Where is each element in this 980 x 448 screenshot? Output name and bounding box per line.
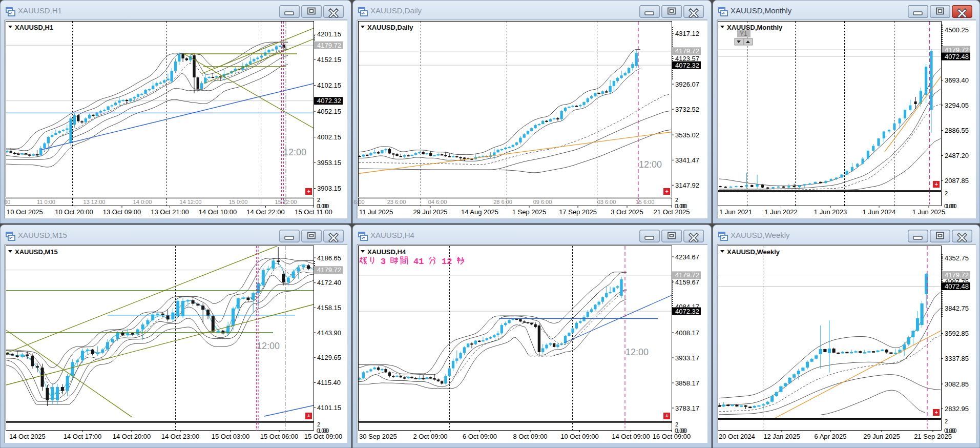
svg-text:15 Oct 09:00: 15 Oct 09:00 xyxy=(304,433,342,440)
svg-text:4072.32: 4072.32 xyxy=(317,97,341,105)
svg-text:4072.32: 4072.32 xyxy=(675,308,699,315)
svg-text:4008.17: 4008.17 xyxy=(675,329,699,337)
svg-text:2886.55: 2886.55 xyxy=(945,127,969,134)
svg-text:28 6:00: 28 6:00 xyxy=(493,199,512,205)
svg-text:4179.72: 4179.72 xyxy=(945,271,969,279)
svg-text:10 Oct 09:00: 10 Oct 09:00 xyxy=(560,433,598,440)
svg-text:14 Oct 23:00: 14 Oct 23:00 xyxy=(161,433,199,440)
svg-text:2: 2 xyxy=(945,418,948,424)
svg-text:2: 2 xyxy=(317,197,320,203)
svg-text:3294.05: 3294.05 xyxy=(945,101,969,109)
svg-text:12:00: 12:00 xyxy=(639,159,662,170)
svg-text:+: + xyxy=(307,188,310,194)
svg-text:+: + xyxy=(935,409,938,415)
svg-text:13 Oct 21:00: 13 Oct 21:00 xyxy=(151,208,189,216)
svg-text:2: 2 xyxy=(945,190,948,196)
svg-text:41: 41 xyxy=(413,257,424,267)
svg-text:+: + xyxy=(665,188,669,194)
svg-text:4159.67: 4159.67 xyxy=(675,278,699,286)
svg-text:3858.17: 3858.17 xyxy=(675,379,699,387)
svg-text:12: 12 xyxy=(442,257,452,267)
svg-text:6 Apr 2025: 6 Apr 2025 xyxy=(815,433,847,440)
svg-text:2087.85: 2087.85 xyxy=(945,177,969,185)
svg-text:3953.15: 3953.15 xyxy=(317,159,341,167)
svg-text:1 Sep 2025: 1 Sep 2025 xyxy=(512,208,547,216)
svg-text:4115.40: 4115.40 xyxy=(317,379,341,386)
svg-text:4143.90: 4143.90 xyxy=(317,329,341,337)
svg-text:4052.15: 4052.15 xyxy=(317,108,341,115)
svg-text:11 Jul 2025: 11 Jul 2025 xyxy=(359,208,393,216)
svg-text:4129.65: 4129.65 xyxy=(317,354,341,361)
svg-text:04 6:00: 04 6:00 xyxy=(428,199,447,205)
svg-text:30 Sep 2025: 30 Sep 2025 xyxy=(359,433,397,440)
svg-text:4179.72: 4179.72 xyxy=(675,271,699,279)
svg-text:1 Jun 2022: 1 Jun 2022 xyxy=(764,208,797,216)
svg-text:3 Oct 2025: 3 Oct 2025 xyxy=(611,208,643,216)
svg-text:XAUUSD,Monthly: XAUUSD,Monthly xyxy=(727,24,783,31)
svg-text:15 Oct 03:00: 15 Oct 03:00 xyxy=(212,433,249,440)
svg-text:23 6:00: 23 6:00 xyxy=(387,199,406,205)
svg-text:3082.85: 3082.85 xyxy=(945,380,969,388)
svg-text:10 Oct 20:00: 10 Oct 20:00 xyxy=(55,208,93,216)
svg-text:4179.72: 4179.72 xyxy=(675,47,699,55)
svg-text:4002.15: 4002.15 xyxy=(317,133,341,141)
svg-text:15 0:00: 15 0:00 xyxy=(229,199,248,205)
svg-text:12:00: 12:00 xyxy=(257,341,280,351)
svg-text:12:00: 12:00 xyxy=(625,347,649,357)
svg-text:14 Oct 09:00: 14 Oct 09:00 xyxy=(612,433,650,440)
svg-text:4072.48: 4072.48 xyxy=(945,282,969,290)
svg-text:10 Oct 2025: 10 Oct 2025 xyxy=(7,208,43,216)
svg-text:4101.15: 4101.15 xyxy=(317,404,341,412)
svg-text:15 12:00: 15 12:00 xyxy=(275,199,297,205)
svg-text:13 12:00: 13 12:00 xyxy=(84,199,106,205)
svg-text:3: 3 xyxy=(381,257,386,267)
svg-text:3783.17: 3783.17 xyxy=(675,404,699,412)
svg-text:3341.47: 3341.47 xyxy=(675,156,699,164)
svg-text:XAUUSD,M15: XAUUSD,M15 xyxy=(15,248,58,256)
svg-text:4152.15: 4152.15 xyxy=(317,56,341,64)
svg-text:4158.15: 4158.15 xyxy=(317,304,341,312)
svg-text:15 Oct 11:00: 15 Oct 11:00 xyxy=(295,208,332,216)
svg-text:29 Jul 2025: 29 Jul 2025 xyxy=(413,208,447,216)
svg-text:+: + xyxy=(307,413,310,419)
svg-text:14 12:00: 14 12:00 xyxy=(180,199,202,205)
svg-text:2: 2 xyxy=(675,197,678,203)
svg-text:14 Oct 17:00: 14 Oct 17:00 xyxy=(64,433,101,440)
svg-text:29 Jun 2025: 29 Jun 2025 xyxy=(863,433,900,440)
svg-text:14 0:00: 14 0:00 xyxy=(133,199,152,205)
svg-text:1.00: 1.00 xyxy=(946,203,956,209)
svg-text:4179.72: 4179.72 xyxy=(317,266,341,274)
svg-text:3842.75: 3842.75 xyxy=(945,304,969,312)
svg-text:14 Oct 22:00: 14 Oct 22:00 xyxy=(246,208,284,216)
svg-text:1 Jun 2023: 1 Jun 2023 xyxy=(814,208,847,216)
svg-text:21 Sep 2025: 21 Sep 2025 xyxy=(914,433,952,440)
svg-text:09 6:00: 09 6:00 xyxy=(533,199,552,205)
svg-text:12 Jan 2025: 12 Jan 2025 xyxy=(763,433,800,440)
svg-text:3933.17: 3933.17 xyxy=(675,354,699,362)
svg-text:1 Jun 2021: 1 Jun 2021 xyxy=(719,208,752,216)
svg-text:14 Oct 20:00: 14 Oct 20:00 xyxy=(113,433,151,440)
svg-text:3926.07: 3926.07 xyxy=(675,80,699,88)
svg-text:11 0:00: 11 0:00 xyxy=(37,199,55,205)
svg-text:6 Oct 09:00: 6 Oct 09:00 xyxy=(463,433,497,440)
svg-text:4186.65: 4186.65 xyxy=(317,254,341,262)
svg-text:4172.40: 4172.40 xyxy=(317,279,341,287)
svg-text:6:00: 6:00 xyxy=(353,199,364,205)
svg-text:4500.25: 4500.25 xyxy=(945,26,969,34)
svg-text:20 Oct 2024: 20 Oct 2024 xyxy=(719,433,755,440)
svg-text:3147.92: 3147.92 xyxy=(675,181,699,189)
svg-text:1 Jun 2024: 1 Jun 2024 xyxy=(863,208,895,216)
svg-text:4201.15: 4201.15 xyxy=(317,30,341,38)
svg-text:+: + xyxy=(935,181,938,187)
svg-text:03 6:00: 03 6:00 xyxy=(597,199,616,205)
svg-text:14 Oct 10:00: 14 Oct 10:00 xyxy=(199,208,237,216)
svg-text:1 Jun 2025: 1 Jun 2025 xyxy=(912,208,945,216)
svg-text:8 Oct 09:00: 8 Oct 09:00 xyxy=(513,433,547,440)
svg-text:XAUUSD,Weekly: XAUUSD,Weekly xyxy=(727,248,780,256)
svg-text:4352.75: 4352.75 xyxy=(945,254,969,262)
svg-text:XAUUSD,Daily: XAUUSD,Daily xyxy=(367,24,413,31)
svg-text:4317.12: 4317.12 xyxy=(675,30,699,37)
svg-text:2 Oct 09:00: 2 Oct 09:00 xyxy=(413,433,447,440)
svg-text:12:00: 12:00 xyxy=(283,147,306,157)
svg-text:3592.85: 3592.85 xyxy=(945,330,969,337)
